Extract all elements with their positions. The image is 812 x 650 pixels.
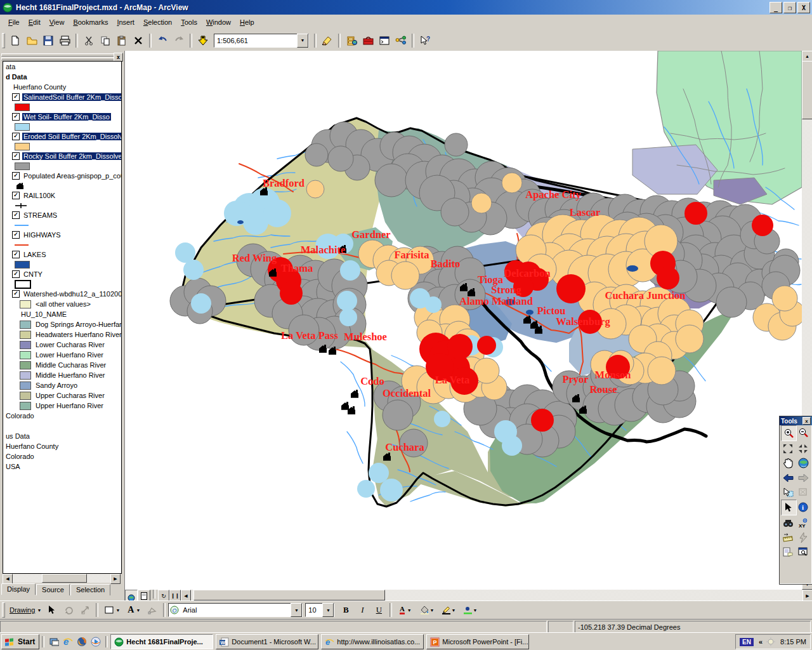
tools-close-icon[interactable]: x	[802, 417, 811, 425]
forward-extent-tool[interactable]	[796, 470, 811, 485]
select-elements-button[interactable]	[44, 602, 60, 618]
clear-selection-tool[interactable]	[796, 485, 811, 500]
map-scale-combo[interactable]: 1:506,661 ▼	[214, 34, 309, 48]
delete-button[interactable]	[131, 33, 146, 48]
firefox-icon[interactable]	[75, 635, 89, 649]
layer-label[interactable]: SalinatedSoil Buffer 2Km_Dissolve	[22, 93, 122, 101]
layer-checkbox[interactable]: ✓	[12, 152, 20, 160]
toc-text-row[interactable]: Huerfano County	[3, 441, 121, 451]
viewer-window-tool[interactable]	[796, 545, 811, 559]
toc-text-row[interactable]: Upper Huerfano River	[3, 401, 121, 411]
marker-color-button[interactable]: ▼	[460, 602, 480, 618]
toc-text-row[interactable]: Colorado	[3, 451, 121, 461]
font-size-combo[interactable]: 10 ▼	[305, 603, 334, 617]
layer-label[interactable]: HIGHWAYS	[22, 231, 62, 239]
toc-layer-row[interactable]: ✓HIGHWAYS	[3, 230, 121, 240]
layer-label[interactable]: HU_10_NAME	[20, 310, 68, 318]
toc-tree[interactable]: atad DataHuerfano County✓SalinatedSoil B…	[3, 61, 122, 574]
drawbar-grip[interactable]	[2, 602, 5, 618]
cut-button[interactable]	[81, 33, 96, 48]
layer-label[interactable]: us Data	[4, 432, 31, 440]
toc-text-row[interactable]: us Data	[3, 431, 121, 441]
copy-button[interactable]	[98, 33, 113, 48]
layer-checkbox[interactable]: ✓	[12, 231, 20, 239]
back-extent-tool[interactable]	[781, 470, 796, 485]
editor-toolbar-button[interactable]	[320, 33, 335, 48]
print-button[interactable]	[57, 33, 72, 48]
open-button[interactable]	[24, 33, 39, 48]
find-tool[interactable]	[781, 515, 796, 530]
toc-layer-row[interactable]: ✓Wet Soil- Buffer 2Km_Disso	[3, 112, 121, 122]
command-window-button[interactable]	[377, 33, 392, 48]
hyperlink-tool[interactable]	[796, 530, 811, 545]
zoom-in-tool[interactable]	[781, 425, 797, 441]
toc-layer-row[interactable]: ✓LAKES	[3, 249, 121, 260]
toc-close-icon[interactable]: x	[114, 53, 123, 62]
toc-text-row[interactable]	[3, 421, 121, 431]
fixed-zoom-in-tool[interactable]	[781, 441, 796, 456]
toc-text-row[interactable]: Sandy Arroyo	[3, 380, 121, 390]
layer-label[interactable]: LAKES	[22, 251, 47, 258]
menu-selection[interactable]: Selection	[139, 17, 176, 28]
zoom-to-selected-button[interactable]	[77, 602, 93, 618]
edit-vertices-button[interactable]	[145, 602, 160, 618]
layer-label[interactable]: Middle Huerfano River	[34, 371, 106, 379]
go-to-xy-tool[interactable]: XY	[796, 515, 811, 530]
menu-tools[interactable]: Tools	[176, 17, 202, 28]
toc-text-row[interactable]: Dog Springs Arroyo-Huerfano R	[3, 319, 121, 329]
undo-button[interactable]	[155, 33, 170, 48]
new-map-button[interactable]	[8, 33, 23, 48]
start-button[interactable]: Start	[1, 634, 39, 649]
toc-text-row[interactable]: Huerfano County	[3, 82, 121, 92]
font-color-button[interactable]: A ▼	[395, 602, 416, 618]
toc-tab-selection[interactable]: Selection	[70, 584, 110, 595]
toolbar-grip[interactable]	[2, 33, 5, 48]
media-player-icon[interactable]	[89, 635, 103, 649]
shape-tool-button[interactable]: ▼	[102, 602, 123, 618]
layer-label[interactable]: Populated Areas-gnispop_p_co05	[22, 172, 122, 180]
layer-checkbox[interactable]: ✓	[12, 270, 20, 278]
toc-text-row[interactable]: Lower Cucharas River	[3, 340, 121, 350]
layer-label[interactable]: Huerfano County	[12, 83, 67, 91]
layer-checkbox[interactable]: ✓	[12, 113, 20, 121]
toc-text-row[interactable]: Lower Huerfano River	[3, 350, 121, 360]
menu-bookmarks[interactable]: Bookmarks	[69, 17, 112, 28]
taskbar-button-word[interactable]: WDocument1 - Microsoft W...	[216, 634, 318, 649]
toc-layer-row[interactable]: ✓Watershed-wbdhu12_a_11020006	[3, 289, 121, 299]
italic-button[interactable]: I	[355, 602, 370, 618]
clock[interactable]: 8:15 PM	[780, 638, 806, 646]
layer-label[interactable]: d Data	[4, 73, 29, 81]
toc-text-row[interactable]: Middle Cucharas River	[3, 360, 121, 370]
toc-text-row[interactable]: Headwaters Huerfano River	[3, 329, 121, 340]
map-view[interactable]: BradfordApache CityLascarGardnerMalachit…	[124, 51, 812, 600]
pan-tool[interactable]	[781, 456, 796, 470]
toc-layer-row[interactable]: ✓RAIL100K	[3, 190, 121, 201]
layer-label[interactable]: Upper Huerfano River	[34, 402, 105, 409]
minimize-button[interactable]: _	[769, 2, 782, 13]
menu-edit[interactable]: Edit	[24, 17, 45, 28]
underline-button[interactable]: U	[371, 602, 386, 618]
taskbar-button-arcmap[interactable]: Hecht 1681FinalProje...	[110, 634, 213, 649]
layer-label[interactable]: ata	[4, 63, 16, 70]
toc-horizontal-scrollbar[interactable]: ◀ ▶	[3, 574, 121, 583]
toc-layer-row[interactable]: ✓SalinatedSoil Buffer 2Km_Dissolve	[3, 92, 121, 102]
menu-window[interactable]: Window	[202, 17, 235, 28]
size-dropdown-icon[interactable]: ▼	[322, 603, 334, 617]
toc-drag-grip[interactable]	[1, 53, 117, 58]
paste-button[interactable]	[114, 33, 129, 48]
layer-label[interactable]: Watershed-wbdhu12_a_11020006	[22, 290, 122, 298]
layer-label[interactable]: Sandy Arroyo	[34, 381, 79, 389]
drawing-menu-button[interactable]: Drawing ▼	[7, 606, 44, 614]
vscroll-thumb[interactable]	[802, 61, 812, 119]
show-desktop-icon[interactable]	[47, 635, 61, 649]
toc-text-row[interactable]: HU_10_NAME	[3, 309, 121, 319]
fixed-zoom-out-tool[interactable]	[796, 441, 811, 456]
line-color-button[interactable]: ▼	[438, 602, 459, 618]
layer-label[interactable]: Upper Cucharas River	[34, 392, 106, 399]
title-bar[interactable]: Hecht 1681FinalProject.mxd - ArcMap - Ar…	[0, 0, 812, 15]
layer-checkbox[interactable]: ✓	[12, 211, 20, 219]
tray-app-icon[interactable]	[766, 637, 775, 646]
measure-tool[interactable]	[781, 530, 796, 545]
toc-tab-source[interactable]: Source	[36, 584, 70, 595]
html-popup-tool[interactable]	[781, 545, 796, 559]
